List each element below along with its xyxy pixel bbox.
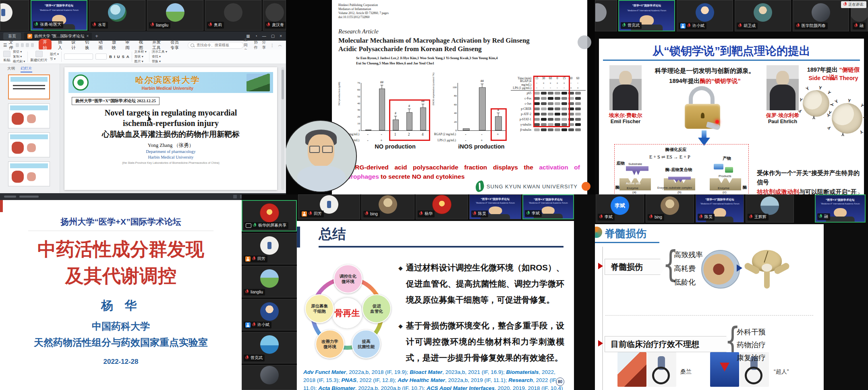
x-row-value: + [474, 138, 490, 142]
protein-band [534, 128, 540, 131]
publication-text: , 2020, 2019, 2018 (IF, 10.4) [495, 385, 563, 390]
command-search[interactable] [188, 42, 244, 49]
participant-tile[interactable] [242, 365, 297, 390]
slide-thumbnail[interactable] [8, 103, 50, 128]
avatar [0, 3, 12, 22]
participant-tile[interactable] [0, 0, 29, 31]
participant-tile[interactable]: bing [361, 194, 414, 219]
blot-band-label: c-Fos [511, 97, 533, 100]
composite-screenshot: “医学+X”国际学术论坛“Medicine+X” International A… [0, 0, 868, 390]
font-size-select[interactable] [95, 54, 107, 60]
participant-tile[interactable]: “医学+X”国际学术论坛“Medicine+X” International A… [618, 0, 675, 31]
pane-tab-大纲[interactable]: 大纲 [7, 66, 15, 72]
save-icon[interactable] [16, 43, 19, 47]
enzyme-label-cn: 酶 [615, 185, 620, 190]
participant-tile[interactable]: 胡卫成 [735, 0, 791, 31]
participant-tile[interactable]: 医学院颜丙春 [793, 0, 849, 31]
diamond-bullet-icon: ◆ [398, 318, 403, 366]
participant-tile[interactable]: 奥莉 [205, 0, 261, 31]
participant-tile[interactable]: 许小斌 [677, 0, 733, 31]
participant-tile[interactable]: 杨华的屏幕共享 [242, 200, 297, 231]
action-协作[interactable]: 协作 [254, 40, 258, 50]
x-row-value: - [375, 132, 388, 136]
toolbar-剪切[interactable]: 剪切 ▾ [13, 50, 25, 54]
participant-tile[interactable]: 曾克武 [242, 332, 297, 363]
speaker-body [826, 217, 855, 222]
search-input[interactable] [196, 43, 241, 47]
toolbar-文本框[interactable]: 文本框 ▾ [135, 50, 147, 54]
toolbar-演示工具[interactable]: 演示工具 ▾ [152, 50, 167, 54]
format-I[interactable]: I [114, 54, 115, 59]
participant-tile[interactable]: bing [646, 194, 694, 223]
new-tab-button[interactable]: + [95, 33, 98, 39]
print-icon[interactable] [21, 43, 24, 47]
participant-tile[interactable]: 李斌李斌 [596, 194, 644, 223]
floating-button-partial[interactable] [578, 35, 591, 49]
close-tab-icon[interactable]: × [86, 34, 89, 38]
toolbar-复制[interactable]: 复制 ▾ [13, 54, 25, 59]
receptor-icon: Y [818, 85, 822, 90]
avatar [260, 335, 279, 354]
participant-tile[interactable]: 水哥 [89, 0, 145, 31]
undo-icon[interactable] [26, 43, 29, 47]
slide-thumbnail[interactable] [8, 132, 50, 157]
toolbar-粘贴[interactable]: 粘贴 [3, 51, 10, 63]
publication-text: , 2022a,b, 2020a,b (IF, 10.7); [355, 385, 427, 390]
participant-tile[interactable]: liangliu [147, 0, 203, 31]
point-item: 康复治疗 [737, 353, 766, 363]
x-row-label: RGAP (2 mg/mL) [433, 132, 458, 136]
format-S[interactable]: S [122, 54, 124, 59]
participant-tile[interactable]: “医学+X”国际学术论坛“Medicine+X” International A… [522, 194, 574, 219]
toolbar-查找[interactable]: 查找 ▾ [152, 54, 167, 59]
format-B[interactable]: B [109, 54, 112, 59]
participant-tile[interactable]: 杨华 [416, 194, 468, 219]
scrollbar-thumb[interactable] [282, 70, 284, 99]
more-icon[interactable]: ⋮ [270, 43, 274, 47]
participant-tile[interactable]: “医学+X”国际学术论坛“Medicine+X” International A… [696, 194, 744, 223]
slide-thumbnail[interactable] [8, 74, 50, 99]
font-select[interactable] [64, 54, 93, 60]
toolbar-节[interactable]: 节 ▾ [50, 57, 59, 61]
talk-title-1: 中药活性成分群发现 [0, 237, 242, 262]
toolbar-形状[interactable]: 形状 ▾ [135, 54, 147, 59]
participant-tile[interactable] [595, 0, 617, 31]
speaker-webcam [286, 120, 357, 192]
participant-name-tag: 许小斌 [244, 322, 271, 328]
toolbar-图片[interactable]: 图片 ▾ [135, 59, 147, 64]
participant-tile[interactable]: “医学+X”国际学术论坛“Medicine+X” International A… [469, 194, 521, 219]
participant-tile[interactable]: 田芳 [242, 233, 297, 264]
participant-name: 田芳 [257, 256, 265, 262]
participant-tile[interactable]: liangliu [242, 266, 297, 297]
participant-tile[interactable]: “医学+X”国际学术论坛“Medicine+X” International A… [815, 194, 866, 223]
format-A[interactable]: A [126, 54, 129, 59]
participant-tile[interactable]: 王辉辉 [746, 194, 794, 223]
participant-name: liangliu [156, 23, 168, 27]
toolbar-新建幻灯片[interactable]: 新建幻灯片 [30, 51, 48, 63]
scrollbar[interactable] [281, 67, 284, 190]
toolbar-替换[interactable]: 替换 ▾ [152, 59, 167, 64]
thumb-text [13, 88, 45, 89]
redo-icon[interactable] [31, 43, 34, 47]
participant-name-tag: 陈昊 [471, 210, 488, 217]
pane-tab-幻灯片[interactable]: 幻灯片 [21, 66, 32, 72]
normal-view-icon[interactable] [233, 195, 237, 198]
mini-slide-title-en: “Medicine+X” International Academic Foru… [696, 202, 744, 205]
home-tab[interactable]: 首页 [3, 33, 21, 40]
avatar [754, 3, 772, 22]
participant-tile[interactable]: “医学+X”国际学术论坛“Medicine+X” International A… [31, 0, 87, 31]
collapse-ribbon-icon[interactable]: ︿ [278, 43, 282, 48]
participant-tile[interactable]: 田芳 [298, 194, 360, 219]
action-分享[interactable]: 分享 [262, 40, 266, 50]
format-U[interactable]: U [117, 54, 120, 59]
title-rule [595, 242, 659, 243]
menu-file[interactable]: ☰ 文件 [3, 39, 14, 51]
participant-tile[interactable]: 庞汉青 [263, 0, 286, 31]
protein-band [575, 123, 581, 126]
header-rule [319, 246, 563, 248]
slide-thumbnail[interactable] [8, 161, 50, 186]
participant-tile[interactable]: 许小斌 [242, 299, 297, 330]
toolbar-版式[interactable]: 版式 ▾ [50, 52, 59, 56]
toolbar-格式刷[interactable]: 格式刷 ▾ [13, 59, 25, 64]
protein-band [575, 118, 581, 121]
products-label-cn: 产物 [723, 156, 731, 161]
